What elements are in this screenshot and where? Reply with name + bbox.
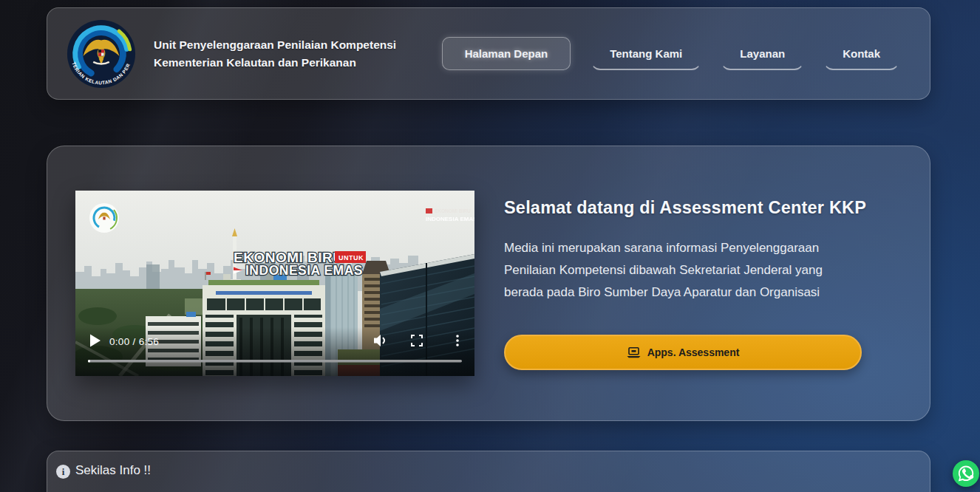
- video-playhead: [88, 360, 90, 363]
- hero-heading: Selamat datang di Assessment Center KKP: [504, 198, 862, 218]
- hero-card: EKONOMI BIRU INDONESIA EMAS EKONOMI BIRU…: [47, 146, 930, 421]
- page: KEMENTERIAN KELAUTAN DAN PERIKANAN Unit …: [0, 0, 980, 492]
- site-title-line2: Kementerian Kelautan dan Perikanan: [154, 54, 396, 71]
- svg-text:EKONOMI BIRU: EKONOMI BIRU: [435, 208, 471, 213]
- whatsapp-button[interactable]: [953, 460, 979, 487]
- site-title: Unit Penyelenggaraan Penilaian Kompetens…: [154, 36, 396, 71]
- svg-text:INDONESIA EMAS: INDONESIA EMAS: [426, 216, 474, 222]
- nav-tentang-kami[interactable]: Tentang Kami: [591, 38, 701, 70]
- video-controls-gradient: [75, 327, 474, 376]
- video-time: 0:00 / 6:56: [109, 336, 159, 347]
- info-icon: i: [56, 465, 70, 479]
- sekilas-info-bar: i Sekilas Info !!: [47, 451, 930, 492]
- site-title-line1: Unit Penyelenggaraan Penilaian Kompetens…: [154, 36, 396, 53]
- kkp-ministry-logo-icon: KEMENTERIAN KELAUTAN DAN PERIKANAN: [65, 18, 137, 90]
- nav-kontak[interactable]: Kontak: [824, 38, 899, 70]
- sekilas-info-title: Sekilas Info !!: [75, 463, 151, 478]
- video-title-overlay: EKONOMI BIRU UNTUK INDONESIA EMAS: [234, 250, 366, 278]
- nav-halaman-depan[interactable]: Halaman Depan: [442, 37, 571, 70]
- apps-assessment-label: Apps. Assessment: [647, 346, 740, 358]
- header-bar: KEMENTERIAN KELAUTAN DAN PERIKANAN Unit …: [47, 7, 930, 100]
- apps-assessment-button[interactable]: Apps. Assessment: [504, 335, 862, 370]
- video-player[interactable]: EKONOMI BIRU INDONESIA EMAS EKONOMI BIRU…: [75, 191, 474, 376]
- svg-text:INDONESIA EMAS: INDONESIA EMAS: [245, 263, 363, 278]
- hero-paragraph: Media ini merupakan sarana informasi Pen…: [504, 237, 862, 304]
- video-progress-bar[interactable]: [88, 360, 462, 363]
- laptop-icon: [627, 347, 641, 358]
- main-nav: Halaman Depan Tentang Kami Layanan Konta…: [442, 37, 899, 70]
- nav-layanan[interactable]: Layanan: [721, 38, 803, 70]
- svg-text:UNTUK: UNTUK: [338, 254, 364, 262]
- video-overflow-menu-icon[interactable]: [456, 335, 459, 346]
- hero-content: Selamat datang di Assessment Center KKP …: [504, 192, 862, 370]
